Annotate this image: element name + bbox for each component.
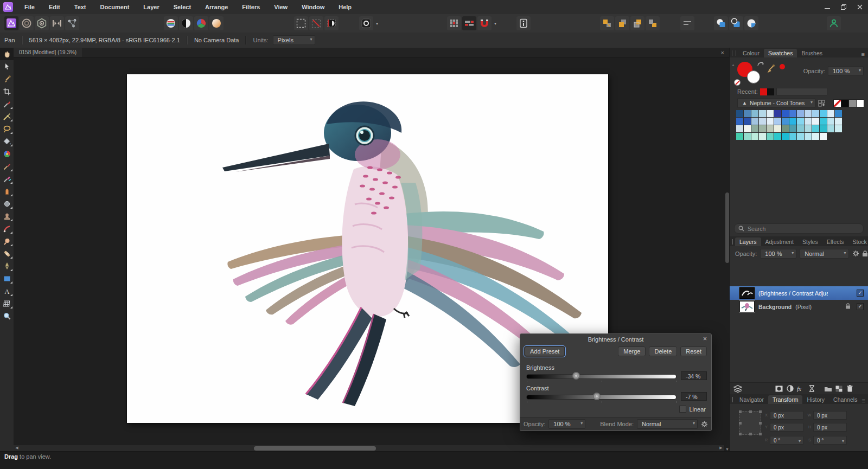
new-layer-icon[interactable] <box>834 384 844 393</box>
scroll-right-arrow[interactable]: ▶ <box>718 446 724 450</box>
add-swatch-icon[interactable] <box>818 100 826 107</box>
move-forward-one-button[interactable] <box>615 16 629 30</box>
swatch[interactable] <box>759 133 766 140</box>
transform-field[interactable]: 0 px <box>770 411 803 420</box>
picked-colour-dot[interactable] <box>780 64 785 69</box>
swatch[interactable] <box>744 125 751 132</box>
auto-contrast-button[interactable] <box>179 16 193 30</box>
swatch[interactable] <box>835 110 842 117</box>
swatch[interactable] <box>820 125 827 132</box>
vertical-scrollbar-thumb[interactable] <box>725 192 729 263</box>
swatch[interactable] <box>751 133 758 140</box>
swatch[interactable] <box>797 118 804 125</box>
layer-stack-icon[interactable] <box>733 384 743 393</box>
swatch[interactable] <box>827 110 834 117</box>
tab-stock[interactable]: Stock <box>848 237 868 246</box>
swatch[interactable] <box>805 118 812 125</box>
swatch[interactable] <box>805 133 812 140</box>
isolate-icon[interactable] <box>807 384 816 393</box>
add-preset-button[interactable]: Add Preset <box>525 346 565 356</box>
tab-transform[interactable]: Transform <box>768 395 802 404</box>
brightness-slider-thumb[interactable] <box>572 372 580 380</box>
layer-lock-icon[interactable] <box>845 303 851 310</box>
add-mask-icon[interactable] <box>774 384 784 393</box>
swatch[interactable] <box>835 125 842 132</box>
linear-checkbox[interactable] <box>679 406 686 413</box>
zoom-tool[interactable] <box>0 310 14 322</box>
blemish-removal-tool[interactable] <box>0 222 14 235</box>
quick-swatch[interactable] <box>841 100 848 107</box>
swatch[interactable] <box>789 118 796 125</box>
document-tab[interactable]: 0158 [Modified] (19.3%) <box>14 48 82 57</box>
swatch[interactable] <box>736 125 743 132</box>
transform-panel-drag-handle[interactable] <box>732 397 733 402</box>
alignment-button[interactable] <box>680 16 694 30</box>
swatch[interactable] <box>767 125 774 132</box>
brightness-slider[interactable] <box>526 374 676 379</box>
recent-swatch[interactable] <box>767 88 774 95</box>
colour-replacement-brush-tool[interactable] <box>0 172 14 185</box>
restore-button[interactable] <box>835 0 852 14</box>
swatch[interactable] <box>751 125 758 132</box>
move-to-back-button[interactable] <box>646 16 660 30</box>
swatch[interactable] <box>759 118 766 125</box>
menu-text[interactable]: Text <box>67 0 93 14</box>
smudge-tool[interactable] <box>0 235 14 247</box>
layer-opacity-dropdown[interactable]: 100 % <box>760 249 796 259</box>
swatch[interactable] <box>789 125 796 132</box>
menu-file[interactable]: File <box>17 0 42 14</box>
blend-mode-dropdown[interactable]: Normal <box>800 249 848 259</box>
paint-brush-tool[interactable] <box>0 160 14 172</box>
tab-swatches[interactable]: Swatches <box>764 49 797 57</box>
clone-stamp-tool[interactable] <box>0 210 14 222</box>
transform-field[interactable]: 0 px <box>813 411 847 420</box>
menu-view[interactable]: View <box>267 0 295 14</box>
account-button[interactable] <box>827 16 841 30</box>
selection-brush-tool[interactable] <box>0 98 14 110</box>
background-colour-well[interactable] <box>747 70 760 83</box>
photo-persona-button[interactable] <box>4 16 18 30</box>
swatch[interactable] <box>759 110 766 117</box>
auto-levels-button[interactable] <box>164 16 178 30</box>
no-colour-well[interactable] <box>734 79 741 86</box>
contrast-slider[interactable] <box>526 395 676 400</box>
contrast-slider-thumb[interactable] <box>593 393 601 400</box>
swatch[interactable] <box>812 125 819 132</box>
swatch[interactable] <box>820 133 827 140</box>
blend-options-gear-icon[interactable] <box>852 250 859 257</box>
layer-row[interactable]: Background (Pixel)✓ <box>730 300 868 313</box>
add-adjustment-icon[interactable] <box>785 384 795 393</box>
swatches-panel-drag-handle[interactable] <box>732 50 736 56</box>
swatch[interactable] <box>767 118 774 125</box>
opacity-dropdown[interactable]: 100 % <box>828 66 864 76</box>
pixel-tool[interactable] <box>0 185 14 197</box>
live-filter-icon[interactable]: fx <box>796 384 806 393</box>
swap-colours-icon[interactable] <box>757 61 764 67</box>
minimize-button[interactable] <box>819 0 835 14</box>
swatch[interactable] <box>789 110 796 117</box>
boolean-divide-button[interactable] <box>744 16 758 30</box>
tone-mapping-persona-button[interactable] <box>50 16 64 30</box>
crop-tool[interactable] <box>0 85 14 98</box>
layers-panel-drag-handle[interactable] <box>732 239 733 245</box>
move-by-whole-pixels-button[interactable] <box>462 16 476 30</box>
swatch[interactable] <box>820 110 827 117</box>
menu-edit[interactable]: Edit <box>42 0 67 14</box>
document-close-icon[interactable]: × <box>716 49 730 56</box>
swatch[interactable] <box>774 118 781 125</box>
tab-history[interactable]: History <box>802 395 829 404</box>
swatch[interactable] <box>805 125 812 132</box>
menu-layer[interactable]: Layer <box>136 0 166 14</box>
swatch[interactable] <box>782 110 789 117</box>
move-to-front-button[interactable] <box>600 16 614 30</box>
swatch[interactable] <box>774 133 781 140</box>
gradient-tool[interactable] <box>0 147 14 160</box>
swatch[interactable] <box>767 133 774 140</box>
swatch[interactable] <box>782 118 789 125</box>
palette-dropdown[interactable]: ▲Neptune - Cool Tones <box>737 98 815 108</box>
quick-swatch[interactable] <box>857 100 864 107</box>
boolean-add-button[interactable] <box>714 16 728 30</box>
quick-mask-button[interactable] <box>324 16 339 30</box>
freehand-selection-tool[interactable] <box>0 123 14 135</box>
tab-navigator[interactable]: Navigator <box>735 395 768 404</box>
